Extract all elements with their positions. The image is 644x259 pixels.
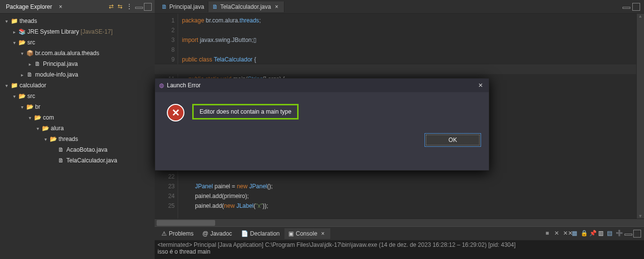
project-tree[interactable]: ▾📁theads▸📚JRE System Library [JavaSE-17]… xyxy=(0,14,155,168)
error-icon: ✕ xyxy=(167,104,184,121)
tree-item[interactable]: 🗎AcaoBotao.java xyxy=(0,144,155,155)
console-pin-icon[interactable]: 📌 xyxy=(589,230,597,238)
console-tab[interactable]: ⚠Problems xyxy=(158,228,198,239)
tab-icon: ▣ xyxy=(288,230,294,237)
console-output[interactable]: <terminated> Principal [Java Application… xyxy=(155,240,644,259)
tree-item[interactable]: ▾📁theads xyxy=(0,16,155,26)
view-menu-icon[interactable]: ⋮ xyxy=(126,3,134,11)
console-line: isso é o thread main xyxy=(158,248,641,255)
console-remove-icon[interactable]: ✕ xyxy=(554,230,562,238)
tree-item[interactable]: ▾📦br.com.aula.alura.theads xyxy=(0,48,155,59)
console-tab[interactable]: @Javadoc xyxy=(199,228,236,239)
launch-error-dialog: ◍ Launch Error ✕ ✕ Editor does not conta… xyxy=(155,78,489,171)
maximize-editor-icon[interactable] xyxy=(632,3,640,11)
console-tab[interactable]: 📄Declaration xyxy=(237,228,284,239)
console-terminate-icon[interactable]: ■ xyxy=(545,230,553,238)
editor-tab[interactable]: 🗎TelaCalculador.java × xyxy=(208,1,284,12)
console-tab[interactable]: ▣Console × xyxy=(284,228,330,239)
tree-item[interactable]: ▾📂br xyxy=(0,101,155,112)
tree-item[interactable]: ▸🗎module-info.java xyxy=(0,69,155,80)
tree-item[interactable]: ▾📂alura xyxy=(0,123,155,134)
tree-item[interactable]: ▾📂com xyxy=(0,112,155,123)
close-icon[interactable]: × xyxy=(319,230,326,237)
close-icon[interactable]: × xyxy=(273,3,280,10)
java-file-icon: 🗎 xyxy=(212,3,218,10)
editor-vertical-scrollbar[interactable]: ▲ ▼ xyxy=(636,14,644,219)
eclipse-icon: ◍ xyxy=(159,82,164,89)
console-clear-icon[interactable]: ▦ xyxy=(572,230,580,238)
editor-tab[interactable]: 🗎Principal.java xyxy=(158,1,208,12)
console-max-icon[interactable] xyxy=(633,230,641,238)
tree-item[interactable]: ▸🗎Principal.java xyxy=(0,59,155,69)
console-process-header: <terminated> Principal [Java Application… xyxy=(158,241,641,248)
editor-horizontal-scrollbar[interactable] xyxy=(155,219,644,226)
tree-item[interactable]: ▾📂src xyxy=(0,91,155,101)
maximize-icon[interactable] xyxy=(144,3,152,11)
link-editor-icon[interactable]: ⇆ xyxy=(118,3,125,11)
package-explorer-panel: Package Explorer × ⇄ ⇆ ⋮ ▾📁theads▸📚JRE S… xyxy=(0,0,155,259)
minimize-editor-icon[interactable] xyxy=(623,3,630,11)
tree-item[interactable]: 🗎TelaCalculador.java xyxy=(0,155,155,166)
package-explorer-tab[interactable]: Package Explorer xyxy=(3,1,55,12)
collapse-all-icon[interactable]: ⇄ xyxy=(109,3,117,11)
tree-item[interactable]: ▾📂threads xyxy=(0,134,155,144)
console-new-icon[interactable]: ➕ xyxy=(616,230,624,238)
close-icon[interactable]: × xyxy=(57,3,64,10)
minimize-icon[interactable] xyxy=(135,3,143,11)
tab-icon: ⚠ xyxy=(161,230,167,237)
console-open-icon[interactable]: ▤ xyxy=(607,230,615,238)
tree-item[interactable]: ▾📁calculador xyxy=(0,80,155,91)
dialog-title: Launch Error xyxy=(167,82,201,89)
console-min-icon[interactable] xyxy=(624,230,632,238)
tab-icon: @ xyxy=(202,230,208,237)
console-remove-all-icon[interactable]: ✕✕ xyxy=(563,230,571,238)
dialog-close-icon[interactable]: ✕ xyxy=(476,82,485,89)
tree-item[interactable]: ▸📚JRE System Library [JavaSE-17] xyxy=(0,26,155,37)
java-file-icon: 🗎 xyxy=(161,3,167,10)
console-scroll-lock-icon[interactable]: 🔒 xyxy=(581,230,588,238)
tab-icon: 📄 xyxy=(241,230,248,237)
ok-button[interactable]: OK xyxy=(424,133,481,147)
dialog-message: Editor does not contain a main type xyxy=(192,104,299,120)
tree-item[interactable]: ▾📂src xyxy=(0,37,155,48)
console-display-icon[interactable]: ▥ xyxy=(598,230,606,238)
